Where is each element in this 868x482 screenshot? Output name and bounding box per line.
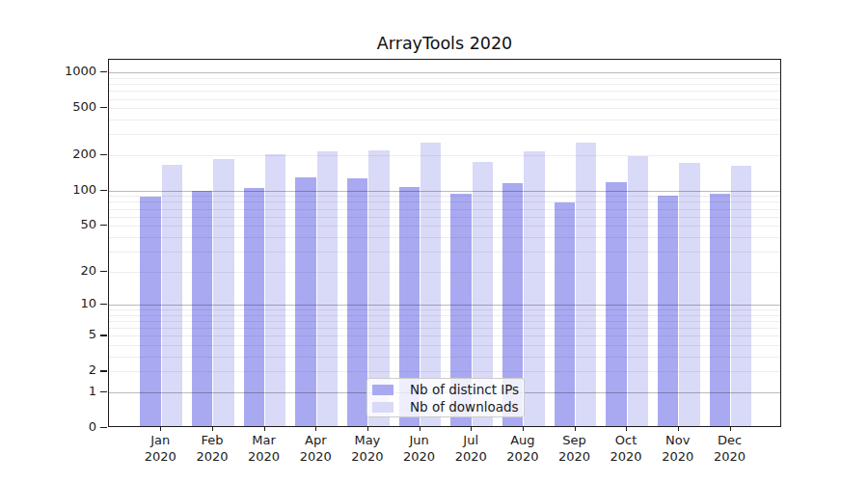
gridline-major-10 (109, 305, 780, 306)
x-tick-label-feb: Feb2020 (185, 433, 239, 465)
y-tick-mark-1000 (100, 71, 107, 72)
gridline-minor-8 (109, 315, 780, 316)
gridline-minor-600 (109, 99, 780, 100)
y-tick-mark-5 (100, 335, 107, 335)
y-tick-mark-50 (100, 225, 107, 226)
y-tick-label-2: 2 (27, 363, 96, 377)
gridline-minor-60 (109, 217, 780, 218)
x-tick-label-may: May2020 (340, 433, 394, 465)
x-tick-mark-oct (626, 427, 627, 431)
y-tick-mark-100 (100, 190, 107, 191)
x-tick-label-dec: Dec2020 (703, 433, 757, 465)
gridline-minor-70 (109, 209, 780, 210)
x-tick-mark-feb (212, 427, 213, 431)
chart-canvas: ArrayTools 2020 01251020501002005001000 … (0, 0, 868, 482)
gridline-minor-80 (109, 201, 780, 202)
y-tick-mark-500 (100, 107, 107, 108)
legend-label: Nb of distinct IPs (410, 382, 519, 397)
x-tick-mark-jan (160, 427, 161, 431)
y-tick-mark-20 (100, 271, 107, 272)
gridline-minor-5 (109, 335, 780, 336)
x-tick-label-sep: Sep2020 (548, 433, 602, 465)
y-tick-label-200: 200 (27, 147, 96, 161)
grid-layer (109, 60, 780, 426)
y-tick-label-20: 20 (27, 264, 96, 278)
x-tick-mark-jun (420, 427, 420, 431)
gridline-minor-2 (109, 371, 780, 372)
x-tick-label-jun: Jun2020 (393, 433, 447, 465)
y-tick-mark-200 (100, 154, 107, 155)
x-tick-mark-dec (730, 427, 731, 431)
legend-item-distinct-ips: Nb of distinct IPs (372, 383, 519, 396)
x-tick-mark-jul (471, 427, 472, 431)
legend: Nb of distinct IPs Nb of downloads (366, 378, 525, 417)
plot-area (108, 59, 781, 427)
gridline-minor-7 (109, 321, 780, 322)
gridline-minor-800 (109, 84, 780, 85)
gridline-major-100 (109, 191, 780, 192)
gridline-minor-300 (109, 134, 780, 135)
gridline-minor-6 (109, 328, 780, 329)
x-tick-label-apr: Apr2020 (288, 433, 342, 465)
y-tick-mark-1 (100, 391, 107, 392)
y-tick-label-5: 5 (27, 328, 96, 341)
x-tick-mark-may (367, 427, 368, 431)
legend-swatch (372, 402, 393, 413)
x-tick-label-mar: Mar2020 (237, 433, 291, 465)
gridline-minor-4 (109, 345, 780, 346)
y-tick-label-0: 0 (27, 420, 96, 434)
legend-swatch (372, 385, 393, 395)
x-tick-label-oct: Oct2020 (599, 433, 653, 465)
gridline-minor-3 (109, 357, 780, 358)
x-tick-label-jan: Jan2020 (133, 433, 187, 465)
gridline-minor-30 (109, 252, 780, 253)
gridline-minor-50 (109, 226, 780, 227)
gridline-minor-200 (109, 155, 780, 156)
y-tick-label-1000: 1000 (27, 65, 96, 78)
y-tick-label-100: 100 (27, 183, 96, 197)
gridline-minor-700 (109, 91, 780, 92)
gridline-minor-500 (109, 108, 780, 109)
gridline-minor-900 (109, 78, 780, 79)
y-tick-mark-2 (100, 370, 107, 371)
y-tick-mark-0 (100, 427, 107, 428)
gridline-minor-40 (109, 237, 780, 238)
gridline-minor-400 (109, 120, 780, 120)
gridline-major-1000 (109, 72, 780, 73)
y-tick-mark-10 (100, 304, 107, 305)
x-tick-mark-apr (315, 427, 316, 431)
gridline-minor-90 (109, 196, 780, 197)
legend-item-downloads: Nb of downloads (372, 400, 519, 414)
legend-label: Nb of downloads (410, 399, 519, 415)
x-tick-mark-nov (678, 427, 679, 431)
x-tick-label-nov: Nov2020 (651, 433, 705, 465)
gridline-minor-9 (109, 309, 780, 310)
y-tick-label-50: 50 (27, 218, 96, 231)
y-tick-label-500: 500 (27, 100, 96, 114)
x-tick-mark-aug (523, 427, 524, 431)
x-tick-mark-sep (575, 427, 576, 431)
y-tick-label-10: 10 (27, 297, 96, 310)
x-tick-mark-mar (264, 427, 265, 431)
x-tick-label-aug: Aug2020 (496, 433, 550, 465)
y-tick-label-1: 1 (27, 385, 96, 398)
gridline-minor-20 (109, 272, 780, 273)
x-tick-label-jul: Jul2020 (444, 433, 498, 465)
chart-title: ArrayTools 2020 (108, 34, 781, 53)
